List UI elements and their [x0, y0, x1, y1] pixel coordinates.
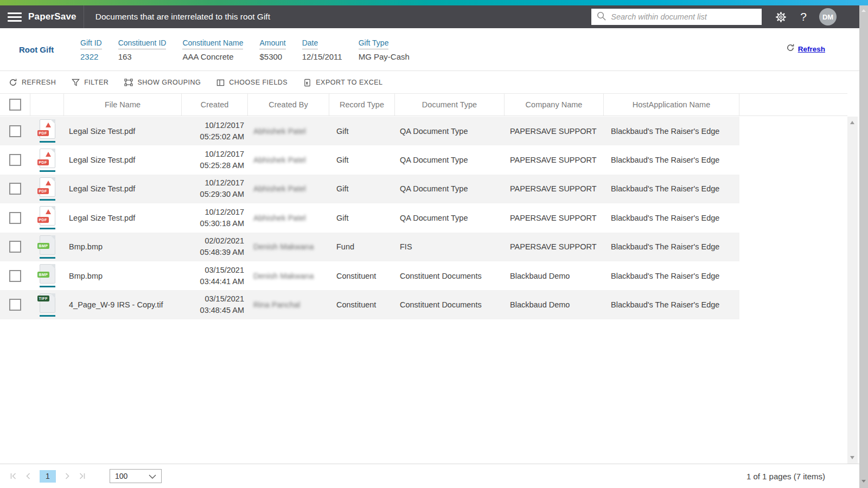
scroll-down-icon[interactable] — [850, 456, 854, 459]
row-checkbox-cell — [0, 175, 30, 203]
document-table-body: PDFLegal Size Test.pdf10/12/201705:25:02… — [0, 117, 739, 319]
created-by-cell: Abhishek Patel — [248, 203, 329, 232]
pdf-file-icon[interactable]: PDF — [40, 119, 55, 139]
column-header[interactable]: Company Name — [505, 94, 604, 115]
root-gift-refresh-link[interactable]: Refresh — [786, 43, 825, 54]
created-by-cell: Denish Makwana — [248, 261, 329, 290]
file-icon-cell: PDF — [30, 203, 64, 232]
row-checkbox[interactable] — [9, 125, 21, 137]
hamburger-menu-icon[interactable] — [8, 10, 22, 24]
settings-gear-icon[interactable] — [775, 11, 787, 23]
created-by-name: Rina Panchal — [253, 300, 300, 309]
company-name-cell: PAPERSAVE SUPPORT — [505, 175, 604, 203]
file-name-cell[interactable]: Bmp.bmp — [64, 233, 182, 261]
root-gift-field-label: Gift Type — [359, 38, 389, 49]
search-input[interactable] — [611, 12, 757, 21]
file-icon-cell: BMP — [30, 233, 64, 261]
host-application-cell: Blackbaud's The Raiser's Edge — [604, 117, 739, 145]
root-gift-field-value[interactable]: 2322 — [80, 52, 102, 61]
file-name-cell[interactable]: 4_Page_W-9 IRS - Copy.tif — [64, 290, 182, 319]
refresh-icon — [9, 78, 17, 87]
row-checkbox-cell — [0, 203, 30, 232]
root-gift-field-label: Amount — [259, 38, 285, 49]
column-header[interactable]: Created — [182, 94, 248, 115]
host-application-cell: Blackbaud's The Raiser's Edge — [604, 290, 739, 319]
appbar-divider — [84, 5, 84, 28]
column-header[interactable]: Created By — [248, 94, 329, 115]
selected-doc-underline — [40, 228, 55, 229]
created-date: 10/12/2017 — [200, 177, 244, 189]
row-checkbox[interactable] — [9, 299, 21, 311]
toolbar-button-choose-fields[interactable]: CHOOSE FIELDS — [216, 79, 288, 87]
created-by-cell: Denish Makwana — [248, 233, 329, 261]
created-by-name: Abhishek Patel — [253, 184, 306, 193]
row-checkbox[interactable] — [9, 183, 21, 195]
pager-bar: 1 100 1 of 1 pages (7 items) — [0, 464, 859, 488]
column-header[interactable]: HostApplication Name — [604, 94, 739, 115]
next-page-button[interactable] — [63, 472, 71, 480]
created-cell: 03/15/202103:44:41 AM — [182, 261, 248, 290]
root-gift-field: Constituent ID163 — [118, 38, 167, 61]
document-search-box[interactable] — [591, 9, 762, 25]
scroll-up-icon[interactable] — [850, 121, 854, 124]
bmp-file-icon[interactable]: BMP — [40, 235, 55, 255]
brand-gradient-strip — [0, 0, 868, 5]
row-checkbox[interactable] — [9, 270, 21, 282]
table-row: TIFF4_Page_W-9 IRS - Copy.tif03/15/20210… — [0, 290, 739, 319]
scroll-up-icon[interactable] — [861, 9, 866, 12]
page-fold — [50, 264, 55, 269]
select-all-checkbox[interactable] — [9, 99, 21, 111]
root-gift-label: Root Gift — [0, 45, 80, 54]
grid-scrollbar[interactable] — [847, 117, 858, 464]
column-header[interactable]: Document Type — [395, 94, 505, 115]
created-date: 03/15/2021 — [200, 293, 244, 305]
column-header[interactable]: Record Type — [329, 94, 395, 115]
first-page-button[interactable] — [9, 472, 17, 480]
table-row: BMPBmp.bmp03/15/202103:44:41 AMDenish Ma… — [0, 261, 739, 290]
column-header[interactable]: File Name — [64, 94, 182, 115]
created-cell: 02/02/202105:48:39 AM — [182, 233, 248, 261]
page-fold — [50, 235, 55, 240]
created-time: 03:44:41 AM — [200, 276, 244, 287]
pdf-file-icon[interactable]: PDF — [40, 149, 55, 168]
bmp-file-icon[interactable]: BMP — [40, 264, 55, 284]
pdf-file-icon[interactable]: PDF — [40, 177, 55, 197]
toolbar-button-show-grouping[interactable]: SHOW GROUPING — [124, 78, 201, 87]
previous-page-button[interactable] — [24, 472, 32, 480]
window-scrollbar[interactable] — [859, 5, 868, 488]
created-by-cell: Abhishek Patel — [248, 117, 329, 145]
pdf-logo-mark — [46, 152, 51, 157]
file-type-badge: PDF — [37, 159, 49, 165]
help-icon[interactable]: ? — [800, 10, 807, 23]
toolbar-button-filter[interactable]: FILTER — [72, 79, 108, 87]
file-type-badge: PDF — [37, 217, 49, 223]
file-name-cell[interactable]: Legal Size Test.pdf — [64, 145, 182, 174]
current-page-button[interactable]: 1 — [40, 470, 56, 483]
created-datetime: 10/12/201705:29:30 AM — [200, 177, 244, 200]
file-type-badge: PDF — [37, 188, 49, 194]
page-size-dropdown[interactable]: 100 — [110, 469, 162, 483]
filter-icon — [72, 79, 80, 87]
row-checkbox[interactable] — [9, 154, 21, 166]
user-avatar[interactable]: DM — [819, 8, 837, 25]
file-name-cell[interactable]: Bmp.bmp — [64, 261, 182, 290]
file-icon-cell: TIFF — [30, 290, 64, 319]
pdf-file-icon[interactable]: PDF — [40, 206, 55, 226]
row-checkbox[interactable] — [9, 212, 21, 224]
toolbar-button-export-to-excel[interactable]: EXPORT TO EXCEL — [303, 79, 382, 87]
created-date: 10/12/2017 — [200, 149, 244, 160]
file-name-cell[interactable]: Legal Size Test.pdf — [64, 175, 182, 203]
file-name-cell[interactable]: Legal Size Test.pdf — [64, 203, 182, 232]
row-checkbox-cell — [0, 233, 30, 261]
tiff-file-icon[interactable]: TIFF — [40, 293, 55, 313]
file-name-cell[interactable]: Legal Size Test.pdf — [64, 117, 182, 145]
last-page-button[interactable] — [79, 472, 86, 480]
row-checkbox[interactable] — [9, 241, 21, 253]
created-time: 05:30:18 AM — [200, 218, 244, 229]
scroll-down-icon[interactable] — [861, 480, 866, 483]
toolbar-button-refresh[interactable]: REFRESH — [9, 78, 56, 87]
row-checkbox-cell — [0, 261, 30, 290]
file-icon-cell: PDF — [30, 175, 64, 203]
show-grouping-icon — [124, 78, 133, 87]
table-row: PDFLegal Size Test.pdf10/12/201705:30:18… — [0, 203, 739, 232]
